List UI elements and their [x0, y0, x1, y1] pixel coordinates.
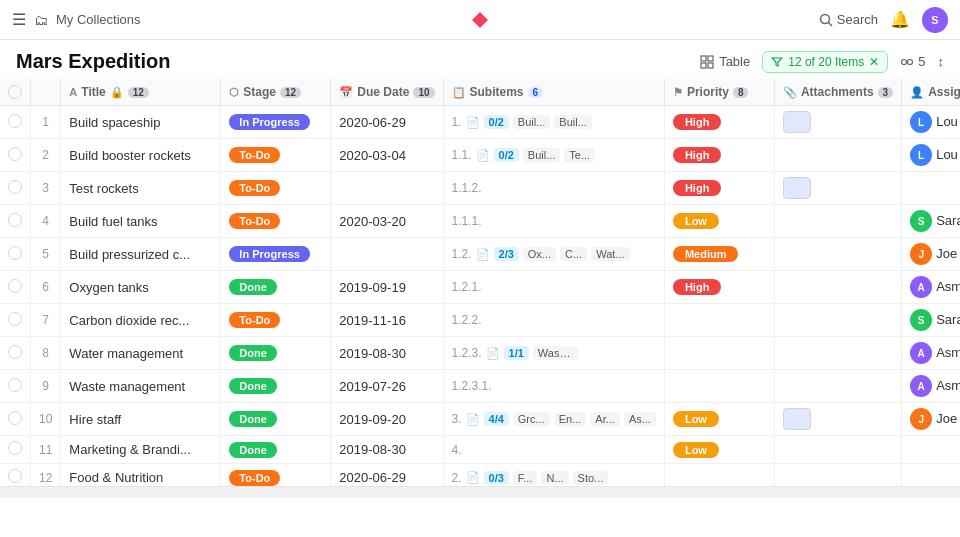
table-container[interactable]: A Title 🔒 12 ⬡ Stage 12 📅 — [0, 79, 960, 486]
row-title[interactable]: Marketing & Brandi... — [61, 436, 221, 464]
row-checkbox[interactable] — [8, 441, 22, 455]
row-stage[interactable]: To-Do — [221, 172, 331, 205]
row-title[interactable]: Water management — [61, 337, 221, 370]
table-row[interactable]: 12Food & NutritionTo-Do2020-06-292.📄0/3F… — [0, 464, 960, 487]
table-row[interactable]: 6Oxygen tanksDone2019-09-191.2.1.HighAAs… — [0, 271, 960, 304]
table-row[interactable]: 8Water managementDone2019-08-301.2.3.📄1/… — [0, 337, 960, 370]
row-stage[interactable]: To-Do — [221, 205, 331, 238]
row-priority[interactable] — [664, 337, 774, 370]
row-checkbox[interactable] — [8, 378, 22, 392]
row-checkbox[interactable] — [8, 246, 22, 260]
row-priority[interactable]: High — [664, 139, 774, 172]
th-assigned[interactable]: 👤 Assigned To 9 — [902, 79, 960, 106]
row-assigned[interactable]: AAsmo — [902, 337, 960, 370]
table-row[interactable]: 1Build spaceshipIn Progress2020-06-291.📄… — [0, 106, 960, 139]
row-subitems[interactable]: 1.2.3.1. — [443, 370, 664, 403]
row-assigned[interactable]: AAsmo — [902, 370, 960, 403]
row-subitems[interactable]: 1.📄0/2Buil...Buil... — [443, 106, 664, 139]
row-checkbox[interactable] — [8, 312, 22, 326]
row-title[interactable]: Build spaceship — [61, 106, 221, 139]
row-priority[interactable]: High — [664, 172, 774, 205]
row-subitems[interactable]: 1.2.1. — [443, 271, 664, 304]
table-row[interactable]: 10Hire staffDone2019-09-203.📄4/4Grc...En… — [0, 403, 960, 436]
th-attachments[interactable]: 📎 Attachments 3 — [774, 79, 901, 106]
row-subitems[interactable]: 1.2.3.📄1/1Waste ma... — [443, 337, 664, 370]
row-title[interactable]: Carbon dioxide rec... — [61, 304, 221, 337]
row-subitems[interactable]: 4. — [443, 436, 664, 464]
row-assigned[interactable]: SSarah — [902, 205, 960, 238]
menu-icon[interactable]: ☰ — [12, 10, 26, 29]
row-stage[interactable]: Done — [221, 271, 331, 304]
search-button[interactable]: Search — [819, 12, 878, 27]
row-checkbox[interactable] — [8, 114, 22, 128]
row-assigned[interactable] — [902, 464, 960, 487]
table-row[interactable]: 11Marketing & Brandi...Done2019-08-304.L… — [0, 436, 960, 464]
row-stage[interactable]: Done — [221, 436, 331, 464]
row-attachments[interactable] — [774, 238, 901, 271]
row-subitems[interactable]: 3.📄4/4Grc...En...Ar...As... — [443, 403, 664, 436]
row-stage[interactable]: To-Do — [221, 464, 331, 487]
row-priority[interactable]: Low — [664, 436, 774, 464]
row-priority[interactable]: Low — [664, 403, 774, 436]
row-title[interactable]: Build pressurized c... — [61, 238, 221, 271]
row-checkbox[interactable] — [8, 213, 22, 227]
table-row[interactable]: 4Build fuel tanksTo-Do2020-03-201.1.1.Lo… — [0, 205, 960, 238]
row-assigned[interactable]: AAsmo — [902, 271, 960, 304]
table-row[interactable]: 3Test rocketsTo-Do1.1.2.High — [0, 172, 960, 205]
bell-icon[interactable]: 🔔 — [890, 10, 910, 29]
th-subitems[interactable]: 📋 Subitems 6 — [443, 79, 664, 106]
row-stage[interactable]: Done — [221, 370, 331, 403]
row-stage[interactable]: Done — [221, 337, 331, 370]
check-all[interactable] — [8, 85, 22, 99]
row-priority[interactable]: Medium — [664, 238, 774, 271]
row-stage[interactable]: To-Do — [221, 139, 331, 172]
table-row[interactable]: 5Build pressurized c...In Progress1.2.📄2… — [0, 238, 960, 271]
row-attachments[interactable] — [774, 464, 901, 487]
row-priority[interactable] — [664, 464, 774, 487]
row-subitems[interactable]: 1.2.2. — [443, 304, 664, 337]
row-checkbox[interactable] — [8, 345, 22, 359]
row-title[interactable]: Waste management — [61, 370, 221, 403]
row-attachments[interactable] — [774, 271, 901, 304]
filter-close-icon[interactable]: ✕ — [869, 55, 879, 69]
row-title[interactable]: Test rockets — [61, 172, 221, 205]
row-subitems[interactable]: 1.1.📄0/2Buil...Te... — [443, 139, 664, 172]
row-attachments[interactable] — [774, 370, 901, 403]
row-title[interactable]: Oxygen tanks — [61, 271, 221, 304]
th-duedate[interactable]: 📅 Due Date 10 — [331, 79, 443, 106]
avatar[interactable]: S — [922, 7, 948, 33]
row-stage[interactable]: To-Do — [221, 304, 331, 337]
row-assigned[interactable] — [902, 172, 960, 205]
row-priority[interactable] — [664, 304, 774, 337]
sort-button[interactable]: ↕ — [938, 54, 945, 69]
row-stage[interactable]: In Progress — [221, 106, 331, 139]
row-attachments[interactable] — [774, 205, 901, 238]
table-view-button[interactable]: Table — [700, 54, 750, 69]
th-priority[interactable]: ⚑ Priority 8 — [664, 79, 774, 106]
row-assigned[interactable]: SSarah — [902, 304, 960, 337]
row-assigned[interactable] — [902, 436, 960, 464]
row-assigned[interactable]: JJoe — [902, 403, 960, 436]
row-stage[interactable]: Done — [221, 403, 331, 436]
row-priority[interactable]: High — [664, 106, 774, 139]
row-attachments[interactable] — [774, 436, 901, 464]
row-attachments[interactable] — [774, 106, 901, 139]
row-attachments[interactable] — [774, 139, 901, 172]
row-subitems[interactable]: 1.1.2. — [443, 172, 664, 205]
th-stage[interactable]: ⬡ Stage 12 — [221, 79, 331, 106]
row-attachments[interactable] — [774, 337, 901, 370]
row-subitems[interactable]: 2.📄0/3F...N...Sto... — [443, 464, 664, 487]
table-row[interactable]: 2Build booster rocketsTo-Do2020-03-041.1… — [0, 139, 960, 172]
row-priority[interactable]: High — [664, 271, 774, 304]
row-attachments[interactable] — [774, 172, 901, 205]
row-priority[interactable]: Low — [664, 205, 774, 238]
row-assigned[interactable]: LLou — [902, 106, 960, 139]
table-row[interactable]: 7Carbon dioxide rec...To-Do2019-11-161.2… — [0, 304, 960, 337]
row-checkbox[interactable] — [8, 147, 22, 161]
row-attachments[interactable] — [774, 304, 901, 337]
row-checkbox[interactable] — [8, 279, 22, 293]
row-checkbox[interactable] — [8, 411, 22, 425]
th-title[interactable]: A Title 🔒 12 — [61, 79, 221, 106]
horizontal-scrollbar[interactable] — [0, 486, 960, 498]
row-assigned[interactable]: JJoe — [902, 238, 960, 271]
